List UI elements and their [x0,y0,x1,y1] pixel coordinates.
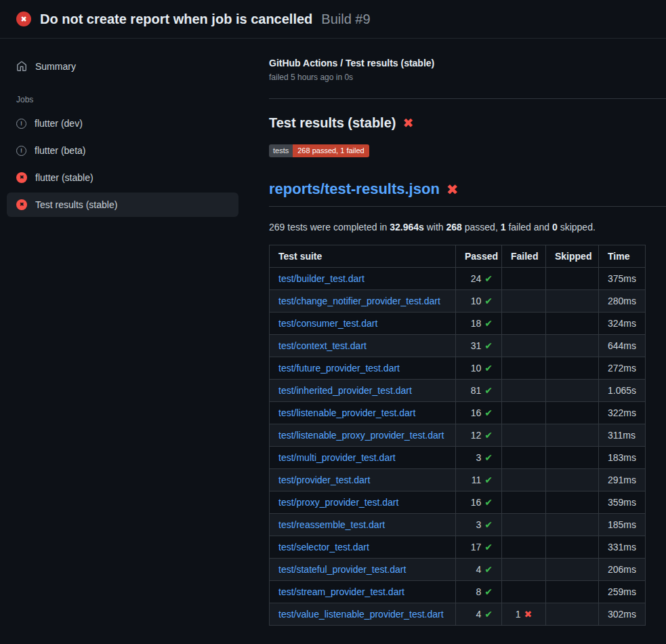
column-header-failed: Failed [502,245,546,268]
time-cell: 185ms [599,514,646,536]
suite-link[interactable]: test/stateful_provider_test.dart [278,564,406,575]
suite-link[interactable]: test/builder_test.dart [278,273,365,284]
suite-link[interactable]: test/listenable_proxy_provider_test.dart [278,430,444,441]
passed-count: 17 [471,542,482,552]
table-row: test/selector_test.dart17✔331ms [270,536,646,559]
table-row: test/listenable_provider_test.dart16✔322… [270,402,646,424]
passed-count: 81 [471,385,482,396]
build-header: ✖ Do not create report when job is cance… [0,0,666,39]
failed-total: 1 [501,222,506,233]
skipped-cell [546,469,599,491]
failed-cell [502,469,546,491]
sidebar-item-flutter-dev[interactable]: !flutter (dev) [7,111,238,136]
suite-link[interactable]: test/value_listenable_provider_test.dart [278,609,444,620]
skipped-cell [546,424,599,447]
sidebar-item-label: Summary [35,61,76,72]
suite-link[interactable]: test/reassemble_test.dart [278,519,385,530]
suite-link[interactable]: test/inherited_provider_test.dart [278,385,412,396]
passed-cell: 12✔ [456,424,502,447]
suite-link[interactable]: test/context_test.dart [278,340,367,351]
column-header-skipped: Skipped [546,245,599,268]
time-cell: 272ms [599,357,646,380]
check-icon: ✔ [484,318,493,329]
x-circle-icon: ✖ [16,199,27,210]
cross-icon: ✖ [524,609,533,620]
suite-cell: test/future_provider_test.dart [270,357,456,380]
suite-link[interactable]: test/future_provider_test.dart [278,363,400,374]
failed-cell [502,268,546,290]
check-icon: ✔ [484,609,493,620]
table-body: test/builder_test.dart24✔375mstest/chang… [270,268,646,626]
skipped-cell [546,447,599,469]
section-title-text: Test results (stable) [269,115,396,131]
breadcrumb: GitHub Actions / Test results (stable) [269,58,666,68]
suite-link[interactable]: test/selector_test.dart [278,542,369,552]
build-title: Do not create report when job is cancell… [40,12,312,27]
table-row: test/value_listenable_provider_test.dart… [270,603,646,626]
skipped-cell [546,357,599,380]
failed-cell [502,559,546,581]
sidebar: Summary Jobs !flutter (dev)!flutter (bet… [0,39,245,220]
time-cell: 324ms [599,313,646,335]
suite-cell: test/value_listenable_provider_test.dart [270,603,456,626]
passed-count: 31 [471,340,482,351]
time-cell: 359ms [599,491,646,514]
build-number: Build #9 [321,12,370,27]
table-row: test/context_test.dart31✔644ms [270,335,646,357]
failed-cell: 1✖ [502,603,546,626]
failed-cell [502,514,546,536]
skipped-cell [546,380,599,402]
sidebar-item-flutter-beta[interactable]: !flutter (beta) [7,138,238,163]
suite-link[interactable]: test/listenable_provider_test.dart [278,407,415,418]
sidebar-item-test-results-stable[interactable]: ✖Test results (stable) [7,193,238,217]
results-table: Test suitePassedFailedSkippedTime test/b… [269,245,646,626]
passed-count: 24 [471,273,482,284]
skipped-total: 0 [552,222,558,233]
jobs-list: !flutter (dev)!flutter (beta)✖flutter (s… [7,111,238,217]
suite-link[interactable]: test/multi_provider_test.dart [278,452,396,463]
suite-link[interactable]: test/stream_provider_test.dart [278,586,404,597]
passed-count: 3 [476,519,481,530]
table-row: test/multi_provider_test.dart3✔183ms [270,447,646,469]
column-header-test-suite: Test suite [270,245,456,268]
table-row: test/listenable_proxy_provider_test.dart… [270,424,646,447]
failed-cell [502,536,546,559]
table-row: test/stream_provider_test.dart8✔259ms [270,581,646,603]
time-cell: 259ms [599,581,646,603]
skipped-cell [546,290,599,313]
passed-cell: 81✔ [456,380,502,402]
suite-cell: test/consumer_test.dart [270,313,456,335]
passed-cell: 3✔ [456,514,502,536]
passed-count: 10 [471,296,482,306]
passed-count: 4 [476,609,481,620]
suite-link[interactable]: test/change_notifier_provider_test.dart [278,296,440,306]
run-status-line: failed 5 hours ago in 0s [269,73,666,82]
suite-cell: test/provider_test.dart [270,469,456,491]
passed-cell: 3✔ [456,447,502,469]
report-link[interactable]: reports/test-results.json [269,180,440,198]
sidebar-item-label: flutter (dev) [35,118,83,129]
suite-cell: test/listenable_provider_test.dart [270,402,456,424]
time-cell: 322ms [599,402,646,424]
sidebar-item-summary[interactable]: Summary [7,54,238,79]
suite-cell: test/reassemble_test.dart [270,514,456,536]
time-cell: 1.065s [599,380,646,402]
suite-cell: test/multi_provider_test.dart [270,447,456,469]
skipped-cell [546,335,599,357]
time-cell: 302ms [599,603,646,626]
suite-link[interactable]: test/provider_test.dart [278,475,370,485]
skipped-cell [546,491,599,514]
check-icon: ✔ [484,519,493,530]
suite-cell: test/context_test.dart [270,335,456,357]
skipped-cell [546,313,599,335]
time-cell: 331ms [599,536,646,559]
failed-x-icon: ✖ [446,182,459,197]
check-icon: ✔ [484,586,493,597]
sidebar-item-flutter-stable[interactable]: ✖flutter (stable) [7,165,238,190]
suite-link[interactable]: test/proxy_provider_test.dart [278,497,398,508]
sidebar-item-label: flutter (stable) [35,172,93,183]
time-cell: 206ms [599,559,646,581]
suite-link[interactable]: test/consumer_test.dart [278,318,377,329]
table-row: test/future_provider_test.dart10✔272ms [270,357,646,380]
check-icon: ✔ [484,564,493,575]
